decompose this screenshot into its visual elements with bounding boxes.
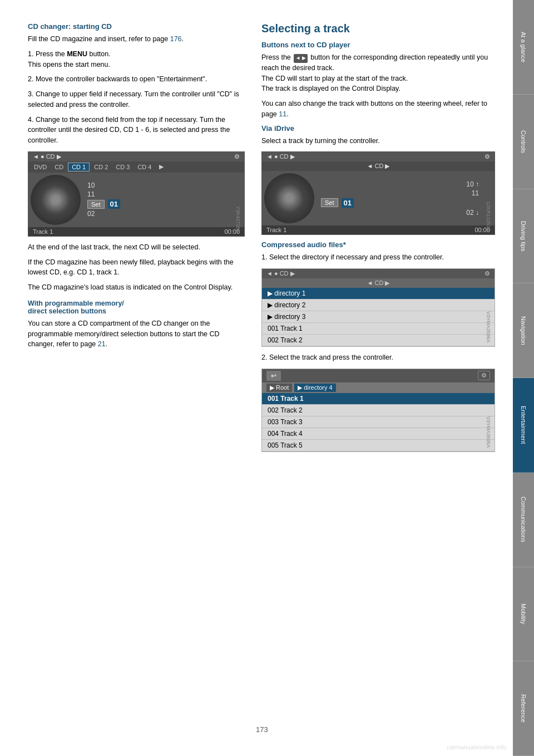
main-content: CD changer: starting CD Fill the CD maga… <box>0 0 513 480</box>
dir2-item-3[interactable]: 003 Track 3 <box>262 416 495 428</box>
buttons-text: Press the ◄ ▶ button for the correspondi… <box>261 52 495 94</box>
set-button-1[interactable]: Set <box>87 200 105 209</box>
cd-set-row-1: Set 01 <box>87 199 240 209</box>
dir2-item-1[interactable]: 001 Track 1 <box>262 393 495 405</box>
after-display-text-1: At the end of the last track, the next C… <box>28 242 245 253</box>
cd-tab-cd1[interactable]: CD 1 <box>68 163 90 171</box>
cd-artwork-2 <box>264 173 314 223</box>
intro-paragraph: Fill the CD magazine and insert, refer t… <box>28 34 245 45</box>
sidebar: At a glance Controls Driving tips Naviga… <box>513 0 534 756</box>
cd-display-2: ◄ ● CD ▶ ⚙ ◄ CD ▶ 10 ↑ 11 Set 01 02 ↓ <box>261 151 495 235</box>
cd-tab-cd3[interactable]: CD 3 <box>112 163 133 171</box>
dir-item-2[interactable]: ▶ directory 2 <box>262 300 495 311</box>
dir-top-bar-1: ◄ ● CD ▶ ⚙ <box>262 269 495 278</box>
screenshot-label-3: V3YMA3596A <box>486 311 491 343</box>
set-button-2[interactable]: Set <box>321 198 338 207</box>
track-num-10b: 10 ↑ <box>321 180 490 188</box>
cd-set-row-2: Set 01 <box>321 198 490 208</box>
step-1: 1. Press the MENU button. This opens the… <box>28 49 245 70</box>
step-3: 3. Change to upper field if necessary. T… <box>28 89 245 110</box>
track-label-2: Track 1 <box>266 227 286 233</box>
cd-tabs-row-1: DVD CD CD 1 CD 2 CD 3 CD 4 ▶ <box>28 161 244 173</box>
dir-item-track1[interactable]: 001 Track 1 <box>262 323 495 335</box>
sidebar-tab-reference[interactable]: Reference <box>513 661 534 756</box>
sidebar-tab-controls[interactable]: Controls <box>513 95 534 189</box>
cd-bottom-bar-2: Track 1 00:00 <box>262 225 495 234</box>
sidebar-tab-driving-tips[interactable]: Driving tips <box>513 189 534 284</box>
breadcrumb-root[interactable]: ▶ Root <box>266 384 292 392</box>
dir2-item-4[interactable]: 004 Track 4 <box>262 428 495 440</box>
selecting-track-title: Selecting a track <box>261 22 495 35</box>
steps-list: 1. Press the MENU button. This opens the… <box>28 49 245 146</box>
compressed-title: Compressed audio files* <box>261 240 495 249</box>
cd-tab-dvd[interactable]: DVD <box>31 163 50 171</box>
dir-item-1[interactable]: ▶ directory 1 <box>262 288 495 300</box>
programmable-link[interactable]: 21 <box>98 340 106 348</box>
cd-display-1: ◄ ● CD ▶ ⚙ DVD CD CD 1 CD 2 CD 3 CD 4 ▶ … <box>28 151 245 237</box>
cd-tab-cd[interactable]: CD <box>51 163 67 171</box>
screenshot-label-2: 12KR11051A <box>486 202 491 232</box>
settings-icon[interactable]: ⚙ <box>478 371 490 380</box>
programmable-text: You can store a CD compartment of the CD… <box>28 318 245 350</box>
cd-bottom-bar-1: Track 1 00:00 <box>28 227 244 236</box>
cd-tab-arrow[interactable]: ▶ <box>156 163 167 171</box>
selected-track-01b: 01 <box>342 198 354 208</box>
left-column: CD changer: starting CD Fill the CD maga… <box>28 22 245 458</box>
after-display-text-3: The CD magazine's load status is indicat… <box>28 282 245 293</box>
after-display-text-2: If the CD magazine has been newly filled… <box>28 257 245 278</box>
cd-direction-icon: ◄ ▶ <box>294 54 307 63</box>
track-num-10: 10 <box>87 181 240 189</box>
cd-tab-cd2[interactable]: CD 2 <box>91 163 111 171</box>
track-num-02: 02 <box>87 210 240 218</box>
sidebar-tab-at-a-glance[interactable]: At a glance <box>513 0 534 95</box>
screenshot-label-4: V3YMA3595A <box>486 416 491 448</box>
track-num-11b: 11 <box>321 189 490 197</box>
selected-track-01: 01 <box>108 199 120 209</box>
intro-link[interactable]: 176 <box>170 35 182 43</box>
dir-item-track2[interactable]: 002 Track 2 <box>262 335 495 346</box>
directory-display-2: ↩ ⚙ ▶ Root ▶ directory 4 001 Track 1 002… <box>261 369 495 452</box>
left-section-title: CD changer: starting CD <box>28 22 245 31</box>
step-2: 2. Move the controller backwards to open… <box>28 74 245 85</box>
dir-second-bar-1: ◄ CD ▶ <box>262 278 495 288</box>
via-idrive-text: Select a track by turning the controller… <box>261 136 495 146</box>
track-label-1: Track 1 <box>33 228 53 235</box>
sidebar-tab-communications[interactable]: Communications <box>513 473 534 567</box>
cd-top-bar-1: ◄ ● CD ▶ ⚙ <box>28 152 244 161</box>
cd-top-bar-2: ◄ ● CD ▶ ⚙ <box>262 152 495 161</box>
screenshot-label-1: Y3K42728A <box>235 206 241 233</box>
compressed-step2: 2. Select the track and press the contro… <box>261 352 495 363</box>
via-idrive-title: Via iDrive <box>261 124 495 132</box>
step-4: 4. Change to the second field from the t… <box>28 115 245 146</box>
dir2-breadcrumb: ▶ Root ▶ directory 4 <box>262 382 495 393</box>
cd-second-bar-2: ◄ CD ▶ <box>262 161 495 171</box>
dir-item-3[interactable]: ▶ directory 3 <box>262 311 495 323</box>
breadcrumb-dir4[interactable]: ▶ directory 4 <box>294 384 335 392</box>
cd-tab-cd4[interactable]: CD 4 <box>134 163 155 171</box>
cd-body-1: 10 11 Set 01 02 <box>28 173 244 227</box>
dir2-item-5[interactable]: 005 Track 5 <box>262 440 495 451</box>
watermark: carmanualsonline.info <box>447 744 506 750</box>
page-number: 173 <box>256 725 268 745</box>
cd-body-2: 10 ↑ 11 Set 01 02 ↓ <box>262 171 495 225</box>
steering-wheel-link[interactable]: 11 <box>279 110 286 118</box>
dir2-item-2[interactable]: 002 Track 2 <box>262 405 495 416</box>
buttons-next-title: Buttons next to CD player <box>261 41 495 49</box>
right-column: Selecting a track Buttons next to CD pla… <box>261 22 495 458</box>
cd-tracklist-2: 10 ↑ 11 Set 01 02 ↓ <box>317 171 495 225</box>
track-num-02b: 02 ↓ <box>321 209 490 217</box>
sidebar-tab-navigation[interactable]: Navigation <box>513 283 534 378</box>
compressed-step1: 1. Select the directory if necessary and… <box>261 252 495 263</box>
steering-wheel-text: You can also change the track with butto… <box>261 99 495 120</box>
cd-tracklist-1: 10 11 Set 01 02 <box>83 173 244 227</box>
dir2-top-bar: ↩ ⚙ <box>262 369 495 382</box>
cd-artwork-1 <box>31 175 81 225</box>
directory-display-1: ◄ ● CD ▶ ⚙ ◄ CD ▶ ▶ directory 1 ▶ direct… <box>261 268 495 347</box>
track-num-11: 11 <box>87 190 240 198</box>
sidebar-tab-mobility[interactable]: Mobility <box>513 567 534 662</box>
programmable-title: With programmable memory/direct selectio… <box>28 300 245 315</box>
sidebar-tab-entertainment[interactable]: Entertainment <box>513 378 534 473</box>
back-button[interactable]: ↩ <box>266 371 281 381</box>
